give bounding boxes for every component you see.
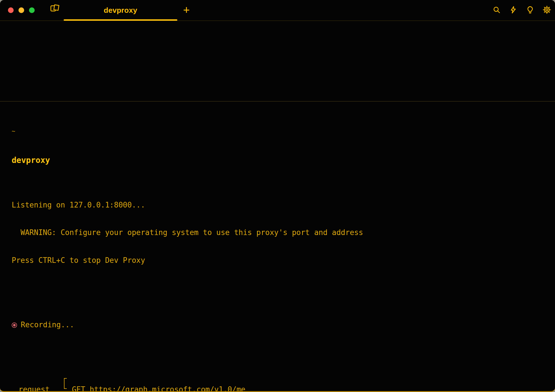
blank-line <box>12 283 549 293</box>
workflows-button[interactable] <box>509 6 517 14</box>
tab-title: devproxy <box>104 6 137 15</box>
gear-icon <box>543 6 551 15</box>
command-text: devproxy <box>12 156 549 166</box>
request-url: GET https://graph.microsoft.com/v1.0/me <box>72 385 245 392</box>
bracket-glyph <box>64 378 67 389</box>
panes-button[interactable] <box>49 3 61 14</box>
settings-button[interactable] <box>542 6 551 14</box>
minimize-button[interactable] <box>18 7 24 13</box>
tab-devproxy[interactable]: devproxy <box>64 0 177 20</box>
listening-line: Listening on 127.0.0.1:8000... <box>12 200 549 210</box>
recording-status-text: Recording... <box>21 320 74 329</box>
terminal-window: devproxy + <box>0 0 555 392</box>
prompt-path: ~ <box>12 127 549 135</box>
zoom-button[interactable] <box>29 7 35 13</box>
search-icon <box>492 6 501 15</box>
panes-icon <box>50 4 60 13</box>
toolbar <box>492 0 551 20</box>
configure-warning-line: WARNING: Configure your operating system… <box>12 228 549 237</box>
new-tab-button[interactable]: + <box>178 0 194 20</box>
title-bar: devproxy + <box>0 0 555 21</box>
terminal-output[interactable]: ~ devproxy Listening on 127.0.0.1:8000..… <box>0 102 555 392</box>
stop-hint-line: Press CTRL+C to stop Dev Proxy <box>12 256 549 265</box>
ai-suggestions-button[interactable] <box>526 6 534 14</box>
search-button[interactable] <box>492 6 501 14</box>
close-button[interactable] <box>8 7 14 13</box>
active-tab-underline <box>64 19 177 21</box>
lightbulb-icon <box>526 6 534 15</box>
window-controls <box>8 7 35 13</box>
request-label: request <box>12 385 50 392</box>
request-line: request GET https://graph.microsoft.com/… <box>12 385 549 392</box>
record-icon <box>12 322 17 328</box>
recording-status-line: Recording... <box>12 320 549 330</box>
previous-block <box>0 21 555 101</box>
request-block: request GET https://graph.microsoft.com/… <box>12 366 549 392</box>
lightning-icon <box>509 6 517 15</box>
